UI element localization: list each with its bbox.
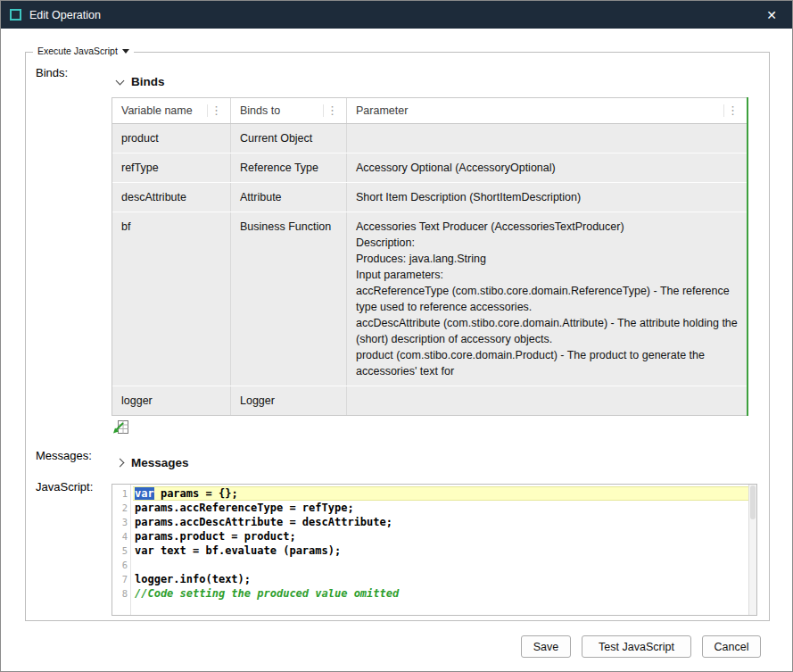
messages-label: Messages: xyxy=(36,449,92,462)
javascript-label: JavaScript: xyxy=(36,480,93,494)
code-token: params.accDescAttribute = descAttribute; xyxy=(135,516,392,528)
edit-operation-dialog: Edit Operation ✕ Execute JavaScript Bind… xyxy=(0,0,793,672)
binds-section-toggle[interactable]: Binds xyxy=(117,75,165,88)
code-line[interactable]: var text = bf.evaluate (params); xyxy=(133,543,748,558)
table-cell-binds_to: Attribute xyxy=(231,183,347,212)
column-menu-icon[interactable]: ⋮ xyxy=(323,104,341,117)
dropdown-arrow-icon xyxy=(122,49,129,54)
table-cell-parameter: Accessories Text Producer (AccessoriesTe… xyxy=(347,212,747,386)
code-line[interactable]: params.product = product; xyxy=(133,529,748,543)
messages-section-toggle[interactable]: Messages xyxy=(117,456,189,469)
binds-table-body: productCurrent ObjectrefTypeReference Ty… xyxy=(112,124,747,415)
table-cell-parameter: Short Item Description (ShortItemDescrip… xyxy=(347,183,747,212)
table-cell-parameter xyxy=(347,386,747,415)
column-menu-icon[interactable]: ⋮ xyxy=(207,104,225,117)
column-label: Parameter xyxy=(356,104,408,117)
code-line[interactable]: var params = {}; xyxy=(133,486,748,501)
save-button[interactable]: Save xyxy=(521,635,571,658)
line-number: 6 xyxy=(112,558,128,572)
chevron-right-icon xyxy=(116,459,125,468)
operation-type-selector[interactable]: Execute JavaScript xyxy=(33,46,134,56)
table-cell-parameter: Accessory Optional (AccessoryOptional) xyxy=(347,153,747,182)
table-row[interactable]: bfBusiness FunctionAccessories Text Prod… xyxy=(112,212,747,386)
code-line[interactable]: params.accDescAttribute = descAttribute; xyxy=(133,515,748,529)
line-number: 5 xyxy=(112,543,128,558)
code-line[interactable] xyxy=(133,558,748,572)
code-token: //Code setting the produced value omitte… xyxy=(135,587,399,600)
editor-scrollbar[interactable] xyxy=(748,485,756,615)
binds-section-title: Binds xyxy=(131,75,165,88)
code-line[interactable]: logger.info(text); xyxy=(133,572,748,586)
column-label: Variable name xyxy=(121,104,193,117)
table-cell-variable: descAttribute xyxy=(112,183,231,212)
column-header-parameter[interactable]: Parameter ⋮ xyxy=(347,98,747,123)
column-header-variable-name[interactable]: Variable name ⋮ xyxy=(112,98,231,123)
code-gutter: 12345678 xyxy=(112,485,130,615)
operation-type-label: Execute JavaScript xyxy=(37,46,118,56)
table-cell-parameter xyxy=(347,124,747,153)
code-token: var xyxy=(135,487,154,500)
table-cell-binds_to: Reference Type xyxy=(231,153,347,182)
javascript-editor[interactable]: 12345678 var params = {};params.accRefer… xyxy=(112,484,757,616)
line-number: 1 xyxy=(112,486,128,501)
table-cell-binds_to: Business Function xyxy=(231,212,347,386)
chevron-down-icon xyxy=(116,76,125,85)
table-focus-line xyxy=(747,97,748,416)
code-token: var xyxy=(135,544,154,557)
table-cell-variable: bf xyxy=(112,212,231,386)
binds-table: Variable name ⋮ Binds to ⋮ Parameter ⋮ p… xyxy=(112,97,748,416)
column-label: Binds to xyxy=(240,104,280,117)
code-token: params.product = product; xyxy=(135,530,296,543)
table-row[interactable]: refTypeReference TypeAccessory Optional … xyxy=(112,153,747,183)
table-cell-binds_to: Current Object xyxy=(231,124,347,153)
line-number: 4 xyxy=(112,529,128,543)
table-row[interactable]: descAttributeAttributeShort Item Descrip… xyxy=(112,183,747,212)
code-token: params = {}; xyxy=(154,487,238,500)
close-icon[interactable]: ✕ xyxy=(760,4,783,27)
code-lines[interactable]: var params = {};params.accReferenceType … xyxy=(131,485,748,615)
table-row[interactable]: loggerLogger xyxy=(112,386,747,415)
table-cell-variable: refType xyxy=(112,153,231,182)
editor-scrollbar-thumb[interactable] xyxy=(750,485,756,519)
messages-section-title: Messages xyxy=(131,456,189,469)
column-menu-icon[interactable]: ⋮ xyxy=(723,104,741,117)
app-icon xyxy=(10,9,21,21)
test-javascript-button[interactable]: Test JavaScript xyxy=(582,635,691,658)
column-header-binds-to[interactable]: Binds to ⋮ xyxy=(231,98,347,123)
code-token: text = bf.evaluate (params); xyxy=(154,544,342,557)
table-cell-variable: logger xyxy=(112,386,231,415)
line-number: 2 xyxy=(112,501,128,515)
title-bar: Edit Operation ✕ xyxy=(1,1,792,29)
cancel-button[interactable]: Cancel xyxy=(702,635,761,658)
line-number: 8 xyxy=(112,586,128,601)
binds-label: Binds: xyxy=(36,66,68,79)
window-title: Edit Operation xyxy=(29,9,760,21)
code-line[interactable]: params.accReferenceType = refType; xyxy=(133,501,748,515)
line-number: 3 xyxy=(112,515,128,529)
code-token: params.accReferenceType = refType; xyxy=(135,502,354,514)
table-cell-variable: product xyxy=(112,124,231,153)
table-header-row: Variable name ⋮ Binds to ⋮ Parameter ⋮ xyxy=(112,98,747,124)
code-line[interactable]: //Code setting the produced value omitte… xyxy=(133,586,748,601)
table-row[interactable]: productCurrent Object xyxy=(112,124,747,153)
operation-panel: Execute JavaScript Binds: Binds Variable… xyxy=(25,52,770,621)
line-number: 7 xyxy=(112,572,128,586)
table-cell-binds_to: Logger xyxy=(231,386,347,415)
code-token: logger.info(text); xyxy=(135,573,251,585)
export-table-icon[interactable] xyxy=(112,419,129,435)
